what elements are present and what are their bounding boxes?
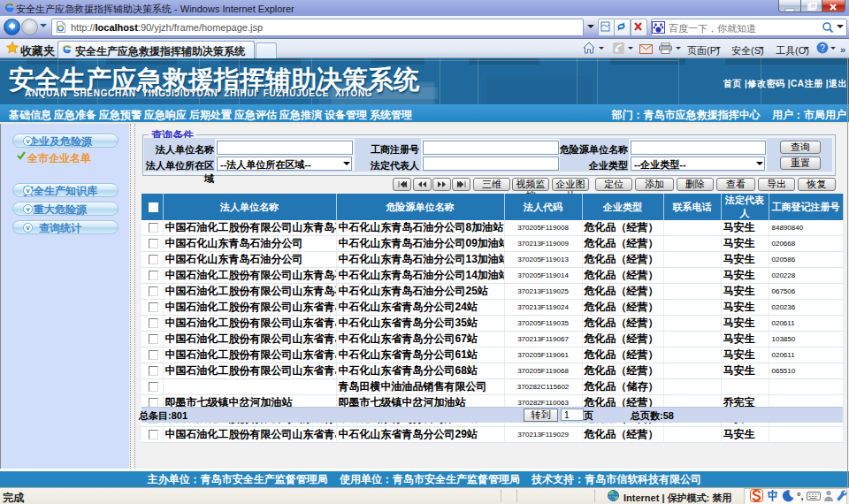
svg-text:?: ? bbox=[820, 43, 825, 53]
